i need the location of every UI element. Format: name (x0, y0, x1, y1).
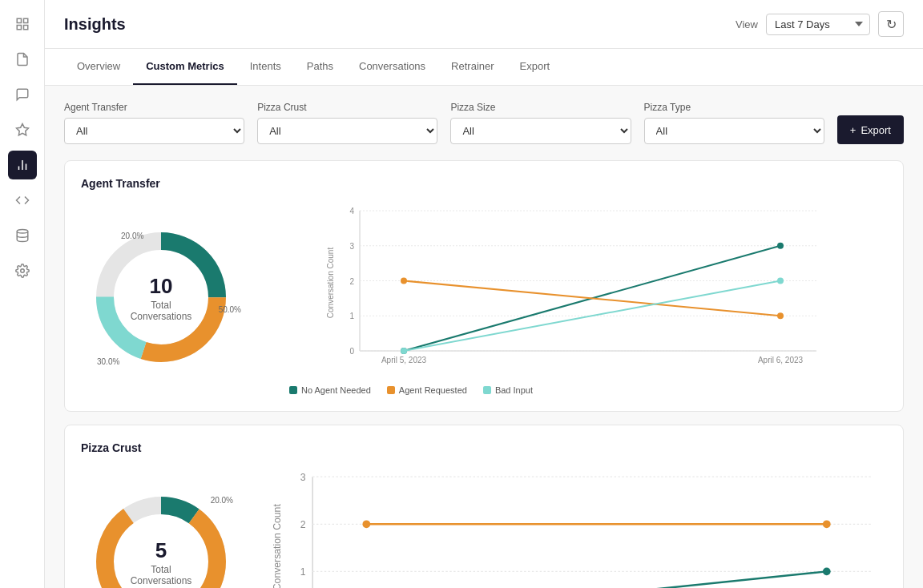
svg-point-8 (17, 230, 28, 234)
nav-tabs: Overview Custom Metrics Intents Paths Co… (45, 49, 923, 86)
svg-text:1: 1 (349, 312, 354, 320)
agent-transfer-label: Agent Transfer (64, 102, 244, 113)
content-area: Agent Transfer All Pizza Crust All Pizza… (45, 86, 923, 588)
legend-agent-requested: Agent Requested (387, 385, 467, 395)
view-select[interactable]: Last 7 Days Last 30 Days Last 90 Days (766, 14, 870, 35)
svg-text:0: 0 (349, 347, 354, 356)
pizza-crust-chart: 0 1 2 3 April 5, 2023 April 6, 2023 Conv… (257, 467, 887, 588)
tab-export[interactable]: Export (507, 49, 563, 85)
agent-transfer-filter: Agent Transfer All (64, 102, 244, 144)
agent-transfer-card: Agent Transfer 20.0% 50.0% 30.0% (64, 160, 904, 412)
svg-text:Conversation Count: Conversation Count (272, 504, 283, 588)
pizza-crust-center-label: 5 TotalConversations (131, 540, 192, 586)
svg-text:3: 3 (300, 472, 306, 483)
pizza-thin-percent: 20.0% (211, 496, 233, 505)
legend-no-agent-dot (289, 386, 297, 394)
legend-no-agent: No Agent Needed (289, 385, 371, 395)
export-label: Export (861, 124, 891, 136)
svg-point-31 (777, 243, 784, 249)
pizza-type-select[interactable]: All (644, 118, 824, 144)
svg-point-56 (823, 567, 831, 575)
legend-bad-input: Bad Input (483, 385, 533, 395)
pizza-crust-donut: 20.0% 5 TotalConversations (81, 481, 241, 588)
tab-retrainer[interactable]: Retrainer (438, 49, 506, 85)
tab-custom-metrics[interactable]: Custom Metrics (133, 49, 237, 85)
svg-marker-4 (16, 124, 28, 135)
bad-input-percent: 20.0% (121, 232, 143, 240)
page-header: Insights View Last 7 Days Last 30 Days L… (45, 0, 923, 49)
svg-text:3: 3 (349, 242, 354, 251)
home-icon[interactable] (8, 10, 37, 38)
pizza-crust-subtitle: TotalConversations (131, 564, 192, 586)
filters-row: Agent Transfer All Pizza Crust All Pizza… (64, 102, 904, 144)
agent-transfer-chart: 0 1 2 3 4 April 5, 2023 April 6, 2023 (257, 203, 887, 395)
agent-transfer-legend: No Agent Needed Agent Requested Bad Inpu… (257, 385, 887, 395)
svg-text:4: 4 (349, 207, 354, 215)
agent-transfer-card-title: Agent Transfer (81, 177, 887, 190)
donut-total: 10 (131, 276, 192, 296)
pizza-type-label: Pizza Type (644, 102, 824, 113)
tab-overview[interactable]: Overview (64, 49, 133, 85)
database-icon[interactable] (8, 221, 37, 250)
svg-point-34 (777, 312, 784, 319)
svg-text:2: 2 (300, 519, 306, 530)
legend-no-agent-label: No Agent Needed (301, 385, 371, 395)
svg-text:April 5, 2023: April 5, 2023 (381, 356, 427, 364)
header-controls: View Last 7 Days Last 30 Days Last 90 Da… (736, 11, 904, 37)
svg-point-33 (401, 278, 407, 284)
legend-agent-requested-dot (387, 386, 395, 394)
svg-line-32 (404, 281, 780, 316)
svg-text:Conversation Count: Conversation Count (326, 248, 335, 319)
main-content: Insights View Last 7 Days Last 30 Days L… (45, 0, 923, 588)
document-icon[interactable] (8, 45, 37, 74)
svg-point-9 (20, 269, 24, 273)
pizza-size-select[interactable]: All (450, 118, 631, 144)
legend-agent-requested-label: Agent Requested (399, 385, 467, 395)
svg-point-36 (401, 348, 407, 354)
pizza-crust-card: Pizza Crust 20.0% 5 TotalConversations (64, 425, 904, 588)
tab-paths[interactable]: Paths (294, 49, 346, 85)
pizza-crust-label: Pizza Crust (257, 102, 437, 113)
svg-text:1: 1 (300, 566, 306, 578)
refresh-button[interactable]: ↻ (878, 11, 904, 37)
pizza-crust-total: 5 (131, 540, 192, 561)
pizza-crust-select[interactable]: All (257, 118, 437, 144)
line-chart-svg: 0 1 2 3 4 April 5, 2023 April 6, 2023 (257, 203, 887, 379)
agent-transfer-donut: 20.0% 50.0% 30.0% (81, 217, 241, 381)
pizza-crust-filter: Pizza Crust All (257, 102, 437, 144)
svg-text:April 6, 2023: April 6, 2023 (758, 356, 804, 364)
agent-requested-percent: 30.0% (97, 357, 119, 366)
chat-icon[interactable] (8, 80, 37, 109)
svg-point-59 (823, 520, 831, 528)
agent-transfer-select[interactable]: All (64, 118, 244, 144)
export-icon: + (850, 124, 856, 136)
legend-bad-input-dot (483, 386, 491, 394)
no-agent-percent: 50.0% (219, 305, 241, 314)
svg-text:2: 2 (349, 277, 354, 286)
export-button[interactable]: + Export (837, 115, 904, 144)
svg-point-58 (362, 520, 370, 528)
legend-bad-input-label: Bad Input (495, 385, 533, 395)
donut-subtitle: TotalConversations (131, 300, 192, 322)
svg-line-54 (366, 571, 826, 588)
donut-center-label: 10 TotalConversations (131, 276, 192, 322)
svg-rect-1 (23, 18, 27, 22)
page-title: Insights (64, 15, 126, 34)
pizza-crust-card-title: Pizza Crust (81, 441, 887, 454)
pizza-type-filter: Pizza Type All (644, 102, 824, 144)
view-label: View (736, 18, 758, 30)
settings-icon[interactable] (8, 256, 37, 285)
pizza-crust-card-body: 20.0% 5 TotalConversations (81, 467, 887, 588)
magic-icon[interactable] (8, 115, 37, 144)
svg-point-37 (777, 278, 784, 284)
svg-rect-3 (23, 26, 27, 30)
code-icon[interactable] (8, 186, 37, 215)
pizza-size-label: Pizza Size (450, 102, 631, 113)
svg-rect-0 (17, 18, 21, 22)
tab-intents[interactable]: Intents (237, 49, 294, 85)
tab-conversations[interactable]: Conversations (346, 49, 438, 85)
sidebar (0, 0, 45, 588)
chart-icon[interactable] (8, 151, 37, 179)
svg-rect-2 (17, 26, 21, 30)
agent-transfer-card-body: 20.0% 50.0% 30.0% (81, 203, 887, 395)
